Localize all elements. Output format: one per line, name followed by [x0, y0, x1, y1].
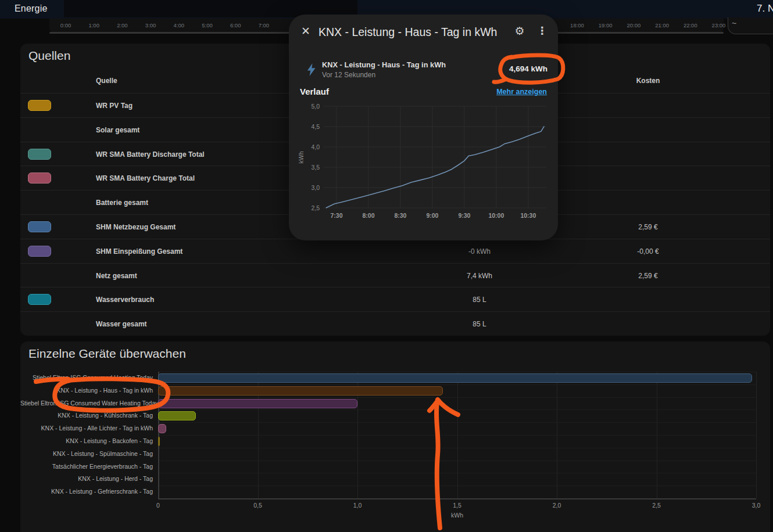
cost-value: 2,59 € — [602, 223, 695, 231]
y-tick-label: 3,5 — [311, 164, 320, 171]
source-label: SHM Netzbezug Gesamt — [96, 223, 176, 231]
x-tick-label: 8:00 — [362, 212, 374, 219]
energy-value: 85 L — [369, 320, 590, 328]
time-axis-tick: 19:00 — [599, 22, 613, 28]
column-header-cost: Kosten — [602, 77, 695, 85]
device-bar-label: KNX - Leistung - Gefrierschrank - Tag — [20, 488, 153, 495]
x-tick-label: 1,0 — [353, 502, 362, 509]
kebab-menu-icon[interactable]: ⋮ — [536, 24, 549, 38]
device-bar[interactable] — [158, 411, 196, 420]
source-label: WR PV Tag — [96, 102, 133, 110]
x-axis-unit-label: kWh — [451, 512, 463, 519]
cost-value: -0,00 € — [602, 247, 695, 256]
top-right-card-fragment: ~ — [728, 17, 773, 34]
time-axis-tick: 3:00 — [145, 22, 156, 28]
x-axis-line — [158, 498, 756, 499]
x-tick-label: 9:30 — [458, 212, 470, 219]
device-bar[interactable] — [158, 399, 357, 408]
source-color-swatch — [28, 149, 51, 160]
device-bar-label: Stiebel Eltron ISG Consumed Heating Toda… — [20, 374, 153, 381]
time-axis-tick: 7:00 — [259, 22, 270, 28]
y-tick-label: 5,0 — [311, 103, 320, 110]
device-bar-label: KNX - Leistung - Haus - Tag in kWh — [20, 387, 153, 394]
table-row: Wasserverbrauch85 L — [20, 287, 770, 311]
source-color-swatch — [28, 172, 51, 184]
x-tick-label: 10:00 — [488, 212, 504, 219]
source-color-swatch — [28, 294, 51, 305]
device-bar-label: KNX - Leistung - Backofen - Tag — [20, 437, 153, 444]
time-axis-tick: 18:00 — [570, 22, 584, 28]
gridline-h — [158, 384, 756, 385]
devices-bar-chart: 00,51,01,52,02,53,0Stiebel Eltron ISG Co… — [20, 342, 770, 532]
gridline-h — [158, 372, 756, 372]
x-tick-label: 1,5 — [453, 502, 461, 509]
gear-icon[interactable]: ⚙ — [513, 24, 527, 38]
y-tick-label: 3,0 — [311, 184, 320, 191]
gridline-h — [158, 435, 756, 436]
source-label: Wasserverbrauch — [96, 296, 154, 304]
source-color-swatch — [28, 221, 51, 232]
y-axis-label: kWh — [298, 151, 305, 163]
device-bar-label: KNX - Leistung - Alle Lichter - Tag in k… — [20, 425, 153, 432]
table-row: Netz gesamt7,4 kWh2,59 € — [20, 263, 770, 287]
energy-value: 7,4 kWh — [369, 272, 590, 280]
table-row: Wasser gesamt85 L — [20, 311, 770, 336]
gridline-h — [158, 486, 756, 486]
time-axis-tick: 21:00 — [655, 22, 669, 28]
sparkline-fragment: ~ — [732, 19, 736, 28]
x-tick-label: 2,5 — [652, 502, 661, 509]
x-tick-label: 10:30 — [520, 212, 536, 219]
time-axis-tick: 0:00 — [60, 22, 71, 28]
device-bar[interactable] — [158, 437, 160, 446]
gridline-h — [158, 397, 756, 398]
entity-state-value: 4,694 kWh — [440, 64, 547, 73]
close-icon[interactable]: ✕ — [298, 24, 313, 39]
source-label: SHM Einspeißung Gesamt — [96, 247, 182, 256]
entity-last-changed: Vor 12 Sekunden — [322, 71, 375, 79]
column-header-source: Quelle — [96, 77, 117, 85]
devices-card: Einzelne Geräte überwachen 00,51,01,52,0… — [20, 342, 770, 532]
source-label: Batterie gesamt — [96, 199, 148, 207]
table-row: SHM Einspeißung Gesamt-0 kWh-0,00 € — [20, 239, 770, 263]
gridline-h — [158, 473, 756, 473]
source-color-swatch — [28, 246, 51, 257]
cost-value: 2,59 € — [602, 272, 695, 280]
device-bar[interactable] — [158, 373, 752, 383]
source-label: Netz gesamt — [96, 272, 137, 280]
x-tick-label: 0 — [156, 502, 160, 509]
page-title: Energie — [15, 3, 48, 14]
device-bar-label: KNX - Leistung - Kühlschrank - Tag — [20, 412, 153, 419]
time-axis-tick: 23:00 — [712, 22, 726, 28]
device-bar[interactable] — [158, 386, 443, 396]
device-bar-label: KNX - Leistung - Spülmaschine - Tag — [20, 450, 153, 457]
source-label: Wasser gesamt — [96, 320, 147, 328]
device-bar-label: Tatsächlicher Energieverbrauch - Tag — [20, 463, 153, 470]
date-label: 7. N — [757, 3, 773, 15]
sources-card-title: Quellen — [28, 49, 70, 63]
y-tick-label: 2,5 — [311, 204, 320, 211]
source-color-swatch — [28, 100, 51, 111]
time-axis-tick: 5:00 — [202, 22, 213, 28]
source-label: WR SMA Battery Charge Total — [96, 174, 195, 182]
time-axis-tick: 4:00 — [174, 22, 185, 28]
source-label: WR SMA Battery Discharge Total — [96, 150, 205, 159]
time-axis-tick: 6:00 — [230, 22, 241, 28]
gridline-h — [158, 422, 756, 423]
time-axis-tick: 22:00 — [683, 22, 697, 28]
show-more-link[interactable]: Mehr anzeigen — [434, 88, 547, 96]
device-bar-label: Stiebel Eltron ISG Consumed Water Heatin… — [20, 400, 153, 407]
history-line-chart: 5,04,54,03,53,02,57:308:008:309:009:3010… — [294, 100, 554, 227]
x-tick-label: 9:00 — [426, 212, 438, 219]
energy-value: 85 L — [369, 296, 590, 304]
source-label: Solar gesamt — [96, 126, 139, 134]
x-tick-label: 2,0 — [553, 502, 561, 509]
device-bar-label: KNX - Leistung - Herd - Tag — [20, 475, 153, 482]
gridline-h — [158, 461, 756, 461]
gridline-v — [756, 372, 757, 498]
y-tick-label: 4,5 — [311, 123, 320, 130]
entity-name: KNX - Leistung - Haus - Tag in kWh — [322, 60, 446, 69]
gridline-h — [158, 448, 756, 448]
x-tick-label: 0,5 — [253, 502, 262, 509]
time-axis-tick: 1:00 — [88, 22, 99, 28]
device-bar[interactable] — [158, 424, 166, 433]
